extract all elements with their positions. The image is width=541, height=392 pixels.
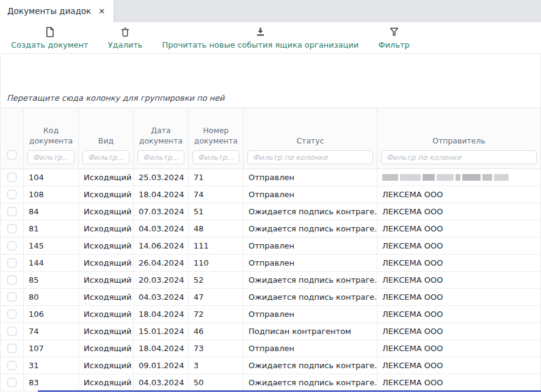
filter-button[interactable]: Фильтр [378,26,409,49]
row-checkbox[interactable] [7,258,16,267]
row-checkbox-cell [1,203,24,220]
column-header-doc-code[interactable]: Код документа [24,108,79,169]
cell-doc-number: 71 [189,169,244,186]
table-row[interactable]: 31 Исходящий 09.01.2024 3 Ожидается подп… [1,357,540,374]
column-title-sender[interactable]: Отправитель [377,136,540,150]
delete-label: Удалить [108,40,143,49]
row-checkbox[interactable] [7,378,16,387]
cell-doc-number: 110 [189,255,244,271]
table-row[interactable]: 84 Исходящий 07.03.2024 51 Ожидается под… [1,203,540,220]
column-title-doc-date[interactable]: Дата документа [134,126,188,150]
filter-input-doc-date[interactable] [137,150,184,164]
cell-doc-date: 07.03.2024 [134,203,189,220]
table-row[interactable]: 107 Исходящий 18.04.2024 73 Отправлен ЛЕ… [1,340,540,357]
filter-input-status[interactable] [247,150,373,164]
cell-status: Отправлен [244,169,377,186]
row-checkbox[interactable] [7,327,16,336]
column-title-doc-number[interactable]: Номер документа [189,126,243,150]
cell-doc-date: 26.04.2024 [134,255,189,271]
download-icon [255,26,266,38]
cell-status: Подписан контрагентом [244,323,377,339]
column-header-doc-type[interactable]: Вид [79,108,134,169]
diadoc-documents-window: Документы диадок ✕ Создать документ [0,0,541,392]
column-title-status[interactable]: Статус [244,136,377,150]
read-new-events-button[interactable]: Прочитать новые события ящика организаци… [162,26,359,49]
cell-doc-number: 46 [189,323,244,339]
row-checkbox[interactable] [7,275,16,285]
filter-input-doc-number[interactable] [192,150,239,164]
cell-doc-number: 51 [189,203,244,220]
cell-doc-number: 50 [189,374,244,391]
cell-doc-number: 111 [189,238,244,254]
table-row[interactable]: 106 Исходящий 18.04.2024 72 Отправлен ЛЕ… [1,306,540,323]
column-header-doc-number[interactable]: Номер документа [189,108,244,169]
row-checkbox[interactable] [7,241,16,250]
row-checkbox[interactable] [7,344,16,353]
row-checkbox[interactable] [7,310,16,319]
cell-doc-number: 74 [189,186,244,203]
cell-doc-code: 80 [24,289,79,305]
cell-sender: ЛЕКСЕМА ООО [377,340,540,357]
cell-doc-code: 74 [24,323,79,339]
delete-button[interactable]: Удалить [108,26,143,49]
filter-input-doc-type[interactable] [82,150,129,164]
cell-doc-code: 81 [24,220,79,237]
row-checkbox[interactable] [7,173,16,182]
table-row[interactable]: 108 Исходящий 18.04.2024 74 Отправлен ЛЕ… [1,186,540,203]
cell-status: Отправлен [244,238,377,254]
select-all-cell [1,108,24,169]
row-checkbox-cell [1,357,24,374]
cell-doc-code: 31 [24,357,79,374]
cell-status: Ожидается подпись контраге... [244,289,377,305]
row-checkbox[interactable] [7,292,16,302]
table-row[interactable]: 85 Исходящий 20.03.2024 52 Ожидается под… [1,272,540,289]
tab-title: Документы диадок [7,6,91,16]
cell-doc-date: 18.04.2024 [134,306,189,322]
table-row[interactable]: 74 Исходящий 15.01.2024 46 Подписан конт… [1,323,540,340]
cell-sender: ЛЕКСЕМА ООО [377,374,540,391]
column-title-doc-code[interactable]: Код документа [24,126,78,150]
cell-doc-code: 144 [24,255,79,271]
row-checkbox-cell [1,306,24,322]
cell-doc-date: 04.03.2024 [134,220,189,237]
row-checkbox[interactable] [7,224,16,233]
cell-doc-date: 20.03.2024 [134,272,189,288]
table-row[interactable]: 81 Исходящий 04.03.2024 48 Ожидается под… [1,220,540,238]
table-row[interactable]: 80 Исходящий 04.03.2024 47 Ожидается под… [1,289,540,306]
group-by-panel[interactable]: Перетащите сюда колонку для группировки … [1,54,540,107]
filter-input-sender[interactable] [381,150,537,164]
column-header-sender[interactable]: Отправитель [377,108,540,169]
cell-doc-code: 104 [24,169,79,186]
cell-doc-number: 52 [189,272,244,288]
cell-doc-type: Исходящий [79,374,134,391]
column-title-doc-type[interactable]: Вид [79,136,133,150]
table-row[interactable]: 144 Исходящий 26.04.2024 110 Отправлен Л… [1,255,540,272]
grid-panel: Перетащите сюда колонку для группировки … [0,54,541,392]
cell-doc-date: 15.01.2024 [134,323,189,339]
tab-diadoc-documents[interactable]: Документы диадок ✕ [0,0,114,22]
column-header-doc-date[interactable]: Дата документа [134,108,189,169]
select-all-checkbox[interactable] [7,150,16,159]
table-body: 104 Исходящий 25.03.2024 71 Отправлен 10… [1,169,540,392]
create-document-button[interactable]: Создать документ [11,26,89,49]
cell-status: Ожидается подпись контраге... [244,272,377,288]
cell-sender: ЛЕКСЕМА ООО [377,289,540,305]
table-row[interactable]: 104 Исходящий 25.03.2024 71 Отправлен [1,169,540,186]
tab-close-icon[interactable]: ✕ [98,7,105,15]
cell-doc-type: Исходящий [79,186,134,203]
cell-doc-number: 47 [189,289,244,305]
row-checkbox-cell [1,220,24,237]
filter-label: Фильтр [378,40,409,49]
cell-sender: ЛЕКСЕМА ООО [377,306,540,322]
column-header-status[interactable]: Статус [244,108,377,169]
table-row[interactable]: 145 Исходящий 14.06.2024 111 Отправлен Л… [1,238,540,255]
filter-input-doc-code[interactable] [27,150,74,164]
create-document-icon [44,26,56,38]
row-checkbox[interactable] [7,190,16,199]
cell-doc-code: 108 [24,186,79,203]
cell-doc-date: 18.04.2024 [134,340,189,357]
row-checkbox[interactable] [7,361,16,370]
row-checkbox[interactable] [7,207,16,216]
cell-sender: ЛЕКСЕМА ООО [377,357,540,374]
table-row[interactable]: 83 Исходящий 04.03.2024 50 Ожидается под… [1,374,540,391]
